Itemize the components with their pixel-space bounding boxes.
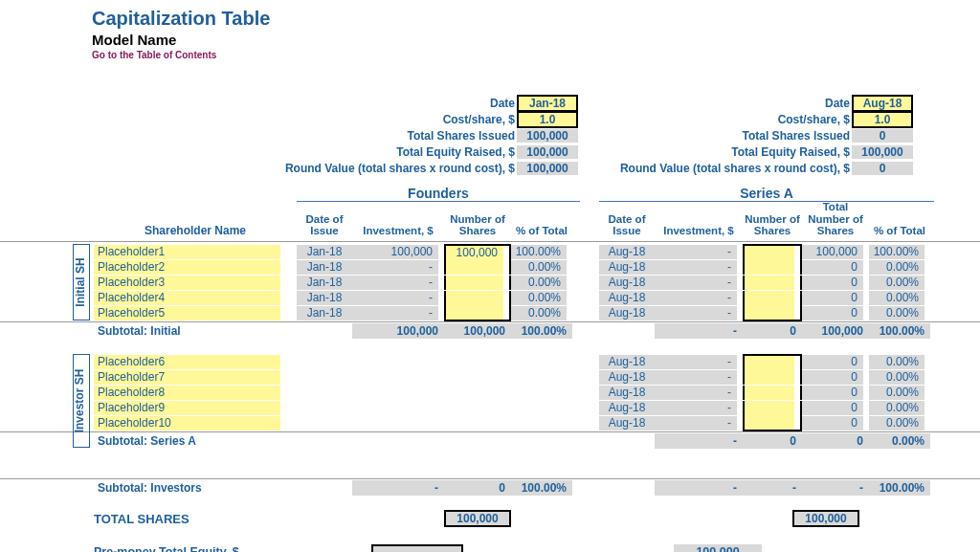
shareholder-name[interactable]: Placeholder5 [94,306,280,320]
shareholder-name[interactable]: Placeholder9 [94,401,280,415]
shareholder-name[interactable]: Placeholder1 [94,245,280,259]
cell-pct-s: 0.00% [869,401,924,415]
sub-sa-pct: 0.00% [869,433,930,449]
sub-inv-s-pct: 100.00% [869,480,930,496]
cell-num-shares[interactable] [446,291,503,305]
pre-money-f: - [371,544,463,553]
cell-num-shares[interactable] [446,305,503,320]
cell-num-s[interactable] [745,291,794,305]
cell-num-s[interactable] [745,370,794,385]
cell-date: Jan-18 [297,306,352,320]
col-inv-f: Investment, $ [352,223,444,241]
cell-tot-s: 0 [802,416,863,431]
table-row: Placeholder3 Jan-18 - 0.00% Aug-18 - 0 0… [0,275,980,290]
table-row: Placeholder7 Aug-18 - 0 0.00% [0,369,980,385]
cell-num-s[interactable] [745,276,794,290]
shareholder-name[interactable]: Placeholder8 [94,386,280,400]
cell-num-shares[interactable]: 100,000 [446,246,503,260]
shareholder-name[interactable]: Placeholder3 [94,276,280,290]
sub-inv-s-inv: - [655,480,743,496]
investor-sh-label: Investor SH [73,369,86,433]
table-row: Placeholder1 Jan-18 100,000 100,000 100.… [0,244,980,259]
cell-tot-s: 0 [802,386,863,400]
cell-num-shares[interactable] [446,260,503,275]
cell-date-s: Aug-18 [599,245,655,259]
label-round: Round Value (total shares x round cost),… [285,162,515,175]
toc-link[interactable]: Go to the Table of Contents [92,50,980,60]
total-shares-seriesa: 100,000 [792,510,859,527]
founders-shares: 100,000 [517,129,578,143]
cell-pct: 0.00% [511,276,567,290]
total-shares-label: TOTAL SHARES [94,512,371,526]
cell-num-s[interactable] [745,401,794,415]
section-founders: Founders [297,186,580,202]
founders-date[interactable]: Jan-18 [517,95,578,112]
cell-tot-s: 0 [802,306,863,320]
label-equity: Total Equity Raised, $ [396,145,515,159]
total-shares-founders: 100,000 [444,510,511,527]
cell-pct-s: 0.00% [869,416,924,431]
cell-num-s[interactable] [745,386,794,400]
label-date-sa: Date [825,97,850,110]
sub-inv-f-inv: - [352,480,444,496]
table-row: Placeholder2 Jan-18 - 0.00% Aug-18 - 0 0… [0,259,980,275]
col-pct-s: % of Total [869,223,930,241]
table-row: Placeholder4 Jan-18 - 0.00% Aug-18 - 0 0… [0,290,980,305]
cell-date: Jan-18 [297,291,352,305]
shareholder-name[interactable]: Placeholder10 [94,416,280,431]
col-date-f: Date of Issue [297,211,352,241]
founders-cost[interactable]: 1.0 [517,111,578,128]
cell-date-s: Aug-18 [599,260,655,275]
cell-num-shares[interactable] [446,276,503,290]
cell-date-s: Aug-18 [599,370,655,385]
cell-date-s: Aug-18 [599,306,655,320]
cell-tot-s: 0 [802,291,863,305]
cell-inv-s: - [655,355,737,369]
shareholder-name[interactable]: Placeholder2 [94,260,280,275]
sub-init-s-num: 0 [743,323,802,339]
col-tot-s: Total Number of Shares [802,199,869,241]
shareholder-name[interactable]: Placeholder6 [94,355,280,369]
cell-num-s[interactable] [745,356,794,370]
label-cost-sa: Cost/share, $ [778,113,850,126]
cell-num-s[interactable] [745,246,794,260]
cell-inv: - [352,306,438,320]
cell-num-s[interactable] [745,260,794,275]
cell-tot-s: 0 [802,370,863,385]
pre-money-label: Pre-money Total Equity, $ [94,545,371,553]
cell-pct: 0.00% [511,306,567,320]
label-shares: Total Shares Issued [408,129,515,143]
subtotal-investors-label: Subtotal: Investors [94,481,297,495]
cell-date-s: Aug-18 [599,291,655,305]
founders-round: 100,000 [517,162,578,175]
sub-inv-f-num: 0 [444,480,511,496]
cell-inv-s: - [655,245,737,259]
cell-pct-s: 0.00% [869,370,924,385]
shareholder-name[interactable]: Placeholder4 [94,291,280,305]
cell-pct-s: 0.00% [869,386,924,400]
col-num-s: Number of Shares [743,211,802,241]
shareholder-name[interactable]: Placeholder7 [94,370,280,385]
col-inv-s: Investment, $ [655,223,743,241]
cell-inv-s: - [655,260,737,275]
seriesa-date[interactable]: Aug-18 [852,95,913,112]
label-date: Date [490,97,515,110]
label-shares-sa: Total Shares Issued [743,129,850,143]
sub-init-f-pct: 100.00% [511,323,572,339]
label-cost: Cost/share, $ [443,113,515,126]
cell-pct-s: 0.00% [869,276,924,290]
cell-inv-s: - [655,306,737,320]
subtotal-initial-label: Subtotal: Initial [94,324,297,338]
founders-equity: 100,000 [517,145,578,159]
sub-init-s-tot: 100,000 [802,323,869,339]
sub-sa-tot: 0 [802,433,869,449]
pre-money-s: 100,000 [674,544,762,553]
cell-inv: - [352,260,438,275]
col-date-s: Date of Issue [599,211,655,241]
cell-num-s[interactable] [745,415,794,430]
cell-inv-s: - [655,416,737,431]
cell-num-s[interactable] [745,305,794,320]
sub-init-f-num: 100,000 [444,323,511,339]
seriesa-cost[interactable]: 1.0 [852,111,913,128]
cell-pct: 0.00% [511,260,567,275]
